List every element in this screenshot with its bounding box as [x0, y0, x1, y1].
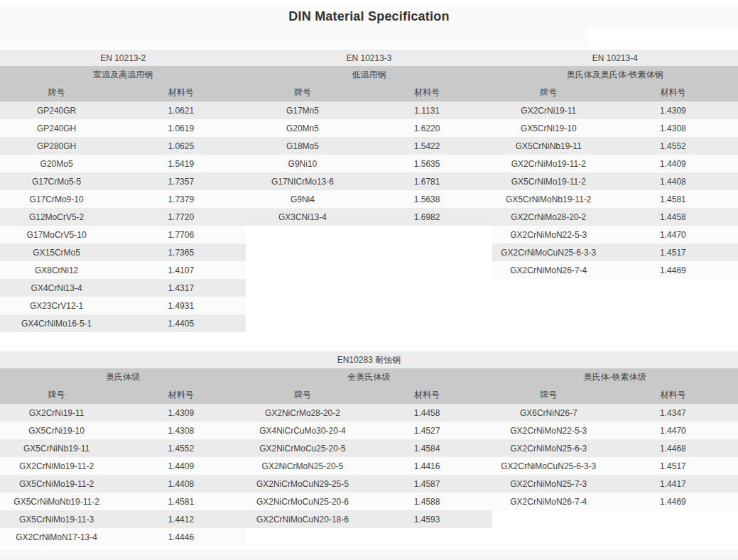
- table-row: GX5CrNiNb19-111.4552: [0, 439, 246, 457]
- material-no-cell: 1.4408: [124, 475, 246, 493]
- material-no-cell: 1.4469: [617, 493, 738, 510]
- table-row: G17CrMo5-51.7357: [0, 172, 246, 190]
- grade-cell: GX5CrNiMo19-11-2: [0, 475, 124, 493]
- material-no-cell: 1.4470: [617, 226, 738, 243]
- material-no-cell: 1.4468: [617, 439, 738, 457]
- table-row: GP240GR1.0621: [0, 101, 246, 119]
- subtable: GP240GR1.0621GP240GH1.0619GP280GH1.0625G…: [0, 101, 246, 332]
- grade-cell: GX2CrNiMoCuN20-18-6: [246, 510, 370, 528]
- table-row: GX4NiCrCuMo30-20-41.4527: [246, 422, 492, 439]
- table-row: GX8CrNi121.4107: [0, 261, 246, 279]
- table-row: G17MoCrV5-101.7706: [0, 226, 246, 243]
- material-no-column-header: 材料号: [617, 83, 738, 101]
- material-no-cell: 1.4552: [124, 439, 246, 457]
- subtable: GX2CrNi19-111.4309GX5CrNi19-101.4308GX5C…: [492, 101, 738, 279]
- table-row: G12MoCrV5-21.7720: [0, 208, 246, 226]
- column-headers-row: 牌号材料号牌号材料号牌号材料号: [0, 83, 738, 101]
- table-row: GX2CrNiMoN26-7-41.4469: [492, 493, 738, 510]
- grade-cell: GX2CrNiMoN26-7-4: [492, 261, 617, 279]
- top-right-notch: [587, 28, 738, 48]
- table-row: GX2CrNiMoCuN25-6-3-31.4517: [492, 243, 738, 261]
- grade-cell: GX2CrNiMoCuN25-6-3-3: [492, 457, 617, 475]
- grade-cell: GX2CrNiMo28-20-2: [492, 208, 617, 226]
- material-no-cell: 1.4107: [124, 261, 246, 279]
- grade-cell: GX2NiCrMoCuN25-20-6: [246, 493, 370, 510]
- grade-cell: GX8CrNi12: [0, 261, 124, 279]
- table-row: GX2CrNiMo19-11-21.4409: [0, 457, 246, 475]
- material-no-cell: 1.4317: [124, 279, 246, 297]
- grade-cell: GX2CrNiMoN17-13-4: [0, 528, 124, 546]
- material-no-cell: 1.0619: [124, 119, 246, 137]
- grade-column-header: 牌号: [0, 83, 124, 101]
- grade-cell: GX4CrNiMo16-5-1: [0, 314, 124, 332]
- material-no-cell: 1.4581: [124, 493, 246, 510]
- category-label: 奥氏体-铁素体级: [492, 368, 738, 385]
- table-row: GX2CrNiMoN22-5-31.4470: [492, 422, 738, 439]
- table-row: GX15CrMo51.7365: [0, 243, 246, 261]
- table-row: GX5CrNiMoNb19-11-21.4581: [492, 190, 738, 208]
- grade-cell: GX2NiCrMoCuN29-25-5: [246, 475, 370, 493]
- grade-cell: GX2NiCrMo28-20-2: [246, 404, 370, 422]
- table-row: GX4CrNiMo16-5-11.4405: [0, 314, 246, 332]
- grade-cell: GX23CrV12-1: [0, 297, 124, 314]
- standard-label: EN 10213-4: [492, 50, 738, 66]
- grade-cell: GX2CrNiMoN25-6-3: [492, 439, 617, 457]
- standards-header-row: EN 10213-2EN 10213-3EN 10213-4: [0, 50, 738, 66]
- section-title-row: EN10283 耐蚀钢: [0, 351, 738, 368]
- grade-cell: GX5CrNiMoNb19-11-2: [492, 190, 617, 208]
- grade-cell: GX2CrNiMoCuN25-6-3-3: [492, 243, 617, 261]
- grade-cell: GX5CrNi19-10: [492, 119, 617, 137]
- material-no-column-header: 材料号: [124, 385, 246, 404]
- standard-label: EN 10213-2: [0, 50, 246, 66]
- material-no-cell: 1.4409: [617, 155, 738, 172]
- table-row: GX2NiCrMoCuN29-25-51.4587: [246, 475, 492, 493]
- grade-cell: GX5CrNiNb19-11: [492, 137, 617, 155]
- material-no-cell: 1.4405: [124, 314, 246, 332]
- grade-cell: GX2CrNiMo19-11-2: [0, 457, 124, 475]
- material-no-cell: 1.4446: [124, 528, 246, 546]
- table-row: GX2NiCrMoCuN25-20-61.4588: [246, 493, 492, 510]
- table-row: GX2CrNiMo28-20-21.4458: [492, 208, 738, 226]
- grade-cell: GX5CrNiMo19-11-3: [0, 510, 124, 528]
- table-row: GX6CrNiN26-71.4347: [492, 404, 738, 422]
- grade-cell: G12MoCrV5-2: [0, 208, 124, 226]
- material-no-cell: 1.4517: [617, 243, 738, 261]
- material-no-cell: 1.7720: [124, 208, 246, 226]
- table-row: G17CrMo9-101.7379: [0, 190, 246, 208]
- category-label: 室温及高温用钢: [0, 66, 246, 83]
- table-row: G9Ni41.5638: [246, 190, 492, 208]
- table-row: G18Mo51.5422: [246, 137, 492, 155]
- table-row: GX5CrNiMoNb19-11-21.4581: [0, 493, 246, 510]
- material-no-cell: 1.4309: [617, 101, 738, 119]
- grade-cell: GX15CrMo5: [0, 243, 124, 261]
- table-row: GX2CrNi19-111.4309: [0, 404, 246, 422]
- material-no-cell: 1.1131: [371, 101, 492, 119]
- table-row: GX2CrNiMoN26-7-41.4469: [492, 261, 738, 279]
- table-row: GX5CrNi19-101.4308: [492, 119, 738, 137]
- grade-cell: G17NICrMo13-6: [246, 172, 370, 190]
- grade-cell: GX3CNi13-4: [246, 208, 370, 226]
- grade-cell: GX2CrNiMo19-11-2: [492, 155, 617, 172]
- grade-cell: GX4NiCrCuMo30-20-4: [246, 422, 370, 439]
- material-no-cell: 1.6982: [371, 208, 492, 226]
- table-row: G17NICrMo13-61.6781: [246, 172, 492, 190]
- material-no-column-header: 材料号: [371, 385, 492, 404]
- grade-column-header: 牌号: [492, 385, 617, 404]
- grade-cell: GX2CrNiMoN22-5-3: [492, 226, 617, 243]
- grade-cell: GP240GR: [0, 101, 124, 119]
- material-no-cell: 1.4588: [371, 493, 492, 510]
- grade-cell: GX2NiCrMoN25-20-5: [246, 457, 370, 475]
- material-no-cell: 1.4412: [124, 510, 246, 528]
- grade-cell: GX5CrNiMo19-11-2: [492, 172, 617, 190]
- table-row: GX2NiCrMoN25-20-51.4416: [246, 457, 492, 475]
- grade-cell: GX2NiCrMoCu25-20-5: [246, 439, 370, 457]
- standard-label: EN 10213-3: [246, 50, 492, 66]
- table-row: GP280GH1.0625: [0, 137, 246, 155]
- grade-cell: GX6CrNiN26-7: [492, 404, 617, 422]
- grade-cell: G9Ni4: [246, 190, 370, 208]
- grade-cell: GX2CrNiMoN22-5-3: [492, 422, 617, 439]
- material-no-cell: 1.4584: [371, 439, 492, 457]
- page-title: DIN Material Specification: [0, 6, 738, 24]
- section-en10283: EN10283 耐蚀钢 奥氏体级全奥氏体级奥氏体-铁素体级 牌号材料号牌号材料号…: [0, 351, 738, 546]
- material-no-cell: 1.4587: [371, 475, 492, 493]
